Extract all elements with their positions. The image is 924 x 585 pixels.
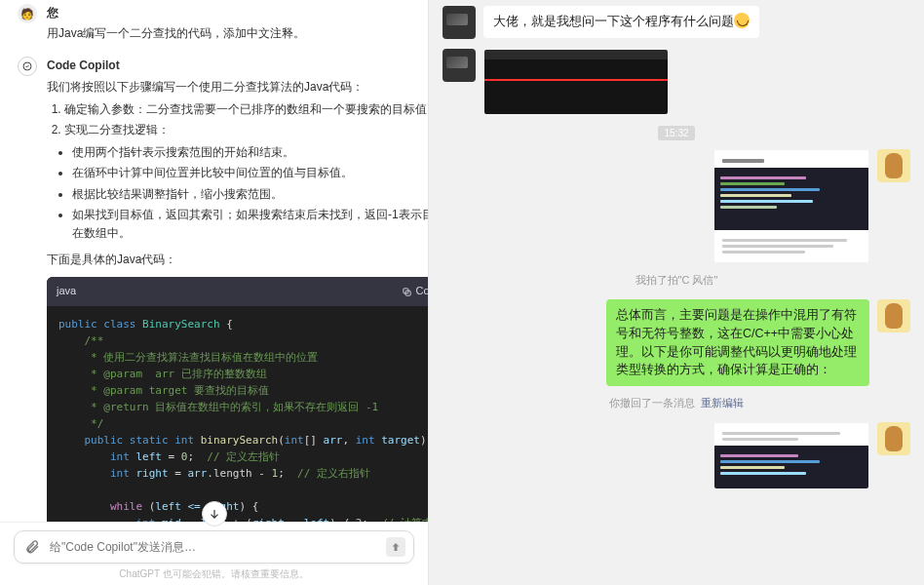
step-item: 确定输入参数：二分查找需要一个已排序的数组和一个要搜索的目标值。 (64, 100, 428, 119)
assistant-avatar (18, 57, 37, 76)
composer-box (14, 530, 414, 564)
assistant-message: Code Copilot 我们将按照以下步骤编写一个使用二分查找算法的Java代… (18, 57, 410, 522)
assistant-intro: 我们将按照以下步骤编写一个使用二分查找算法的Java代码： (47, 78, 428, 97)
assistant-name: Code Copilot (47, 57, 428, 75)
peer-avatar[interactable] (443, 6, 476, 39)
conversation-scroll[interactable]: 🧑 您 用Java编写一个二分查找的代码，添加中文注释。 Code Copilo… (0, 0, 428, 522)
user-prompt-text: 用Java编写一个二分查找的代码，添加中文注释。 (47, 24, 410, 43)
copy-icon (402, 287, 412, 297)
user-message: 🧑 您 用Java编写一个二分查找的代码，添加中文注释。 (18, 4, 410, 43)
arrow-up-icon (390, 541, 402, 553)
outgoing-message: 总体而言，主要问题是在操作中混用了有符号和无符号整数，这在C/C++中需要小心处… (443, 299, 910, 386)
code-header: java Copy code (47, 277, 428, 306)
user-name: 您 (47, 4, 410, 22)
chatgpt-panel: 🧑 您 用Java编写一个二分查找的代码，添加中文注释。 Code Copilo… (0, 0, 429, 585)
bullet-item: 在循环中计算中间位置并比较中间位置的值与目标值。 (72, 164, 428, 182)
composer: ChatGPT 也可能会犯错。请核查重要信息。 (0, 522, 428, 585)
image-attachment[interactable] (483, 49, 669, 115)
wechat-panel: 大佬，就是我想问一下这个程序有什么问题 15:32 (429, 0, 924, 585)
timestamp-text: 15:32 (658, 126, 694, 140)
numbered-steps: 确定输入参数：二分查找需要一个已排序的数组和一个要搜索的目标值。 实现二分查找逻… (64, 100, 428, 139)
bullet-item: 根据比较结果调整指针，缩小搜索范围。 (72, 185, 428, 204)
grin-emoji-icon (734, 13, 750, 28)
pat-text: 我拍了拍"C 风信" (635, 274, 718, 286)
code-block: java Copy code public class BinarySearch… (47, 277, 428, 522)
message-bubble[interactable]: 总体而言，主要问题是在操作中混用了有符号和无符号整数，这在C/C++中需要小心处… (606, 299, 869, 386)
self-avatar[interactable] (877, 299, 910, 332)
paperclip-icon (24, 539, 40, 555)
bullet-item: 如果找到目标值，返回其索引；如果搜索结束后未找到，返回-1表示目标值不在数组中。 (72, 206, 428, 243)
disclaimer-text: ChatGPT 也可能会犯错。请核查重要信息。 (14, 567, 414, 581)
assistant-message-body: Code Copilot 我们将按照以下步骤编写一个使用二分查找算法的Java代… (47, 57, 428, 522)
re-edit-link[interactable]: 重新编辑 (701, 397, 744, 409)
recall-text: 你撤回了一条消息 (609, 397, 695, 409)
code-content[interactable]: public class BinarySearch { /** * 使用二分查找… (47, 306, 428, 522)
assistant-outro: 下面是具体的Java代码： (47, 251, 428, 269)
image-attachment[interactable] (713, 149, 869, 263)
incoming-message: 大佬，就是我想问一下这个程序有什么问题 (443, 6, 910, 39)
send-button[interactable] (386, 537, 405, 557)
bullet-item: 使用两个指针表示搜索范围的开始和结束。 (72, 143, 428, 162)
message-input[interactable] (50, 540, 378, 554)
attach-button[interactable] (22, 537, 42, 557)
outgoing-image-message (443, 149, 910, 263)
self-avatar[interactable] (877, 422, 910, 455)
outgoing-image-message (443, 422, 910, 489)
pat-notice: 我拍了拍"C 风信" (443, 273, 910, 288)
recall-notice: 你撤回了一条消息 重新编辑 (443, 396, 910, 410)
message-text: 大佬，就是我想问一下这个程序有什么问题 (493, 15, 734, 28)
self-avatar[interactable] (877, 149, 910, 182)
wechat-scroll[interactable]: 大佬，就是我想问一下这个程序有什么问题 15:32 (429, 0, 924, 585)
message-bubble[interactable]: 大佬，就是我想问一下这个程序有什么问题 (483, 6, 759, 38)
bullet-steps: 使用两个指针表示搜索范围的开始和结束。 在循环中计算中间位置并比较中间位置的值与… (72, 143, 428, 243)
arrow-down-icon (208, 507, 221, 521)
step-item: 实现二分查找逻辑： (64, 121, 428, 139)
incoming-image-message (443, 49, 910, 115)
code-language-label: java (57, 283, 76, 300)
app-root: 🧑 您 用Java编写一个二分查找的代码，添加中文注释。 Code Copilo… (0, 0, 924, 585)
user-message-body: 您 用Java编写一个二分查找的代码，添加中文注释。 (47, 4, 410, 43)
copilot-icon (21, 60, 33, 72)
copy-code-label: Copy code (416, 283, 428, 300)
peer-avatar[interactable] (443, 49, 476, 82)
scroll-to-bottom-button[interactable] (202, 501, 227, 526)
user-avatar: 🧑 (18, 4, 37, 23)
message-text: 总体而言，主要问题是在操作中混用了有符号和无符号整数，这在C/C++中需要小心处… (616, 308, 857, 376)
image-attachment[interactable] (713, 422, 869, 489)
chat-timestamp: 15:32 (443, 125, 910, 139)
copy-code-button[interactable]: Copy code (402, 283, 428, 300)
